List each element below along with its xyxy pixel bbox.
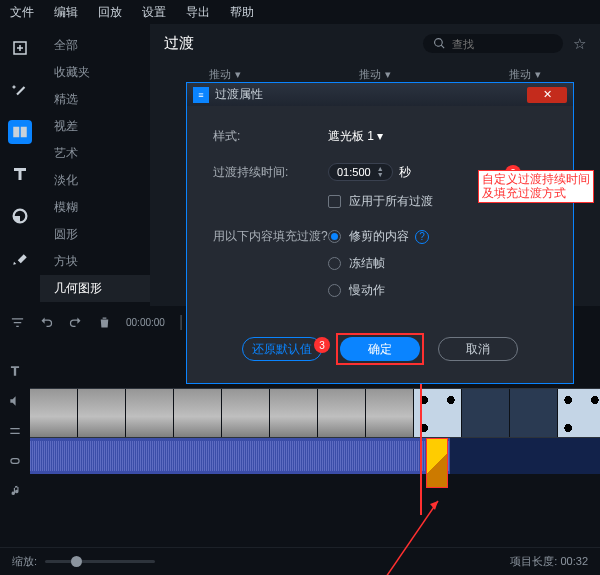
waveform: [30, 441, 600, 471]
transition-properties-dialog: ≡ 过渡属性 ✕ 样式: 遮光板 1 ▾ 过渡持续时间: 01:500 ▲▼ 秒…: [186, 82, 574, 384]
menu-export[interactable]: 导出: [176, 0, 220, 24]
cancel-button[interactable]: 取消: [438, 337, 518, 361]
search-box[interactable]: [423, 34, 563, 53]
dialog-title-text: 过渡属性: [215, 86, 263, 103]
tab-item[interactable]: 推动 ▾: [300, 67, 450, 82]
magic-wand-icon[interactable]: [8, 78, 32, 102]
project-length-value: 00:32: [560, 555, 588, 567]
tab-item[interactable]: 推动 ▾: [150, 67, 300, 82]
more-tools-icon[interactable]: [8, 246, 32, 270]
timecode-start: 00:00:00: [126, 317, 165, 328]
duration-label: 过渡持续时间:: [213, 164, 328, 181]
search-icon: [433, 37, 446, 50]
redo-icon[interactable]: [68, 315, 83, 330]
text-track-icon[interactable]: [8, 364, 22, 378]
settings-icon[interactable]: [8, 424, 22, 438]
audio-track[interactable]: [30, 438, 600, 474]
annotation-badge-3: 3: [314, 337, 330, 353]
undo-icon[interactable]: [39, 315, 54, 330]
fill-option-label: 修剪的内容: [349, 228, 409, 245]
annotation-text-top: 自定义过渡持续时间 及填充过渡方式: [478, 170, 594, 203]
favorite-icon[interactable]: ☆: [573, 35, 586, 53]
tab-item[interactable]: 推动 ▾: [450, 67, 600, 82]
filter-icon[interactable]: [10, 315, 25, 330]
menu-file[interactable]: 文件: [0, 0, 44, 24]
fill-option-label: 冻结帧: [349, 255, 385, 272]
clip-thumbnail[interactable]: [126, 389, 174, 438]
category-item[interactable]: 淡化: [40, 167, 150, 194]
reset-defaults-button[interactable]: 还原默认值: [242, 337, 322, 361]
clip-thumbnail[interactable]: [30, 389, 78, 438]
clip-thumbnail[interactable]: [558, 389, 600, 438]
step-down-icon[interactable]: ▼: [377, 172, 384, 178]
clip-thumbnail[interactable]: [366, 389, 414, 438]
apply-all-label: 应用于所有过渡: [349, 193, 433, 210]
playhead[interactable]: [420, 376, 422, 515]
dialog-icon: ≡: [193, 87, 209, 103]
info-icon[interactable]: ?: [415, 230, 429, 244]
menu-edit[interactable]: 编辑: [44, 0, 88, 24]
fill-label: 用以下内容填充过渡?: [213, 228, 328, 245]
clip-thumbnail[interactable]: [510, 389, 558, 438]
category-item[interactable]: 模糊: [40, 194, 150, 221]
category-item[interactable]: 收藏夹: [40, 59, 150, 86]
style-dropdown[interactable]: 遮光板 1 ▾: [328, 128, 383, 145]
link-icon[interactable]: [8, 454, 22, 468]
category-item-selected[interactable]: 几何图形: [40, 275, 150, 302]
video-track[interactable]: [30, 388, 600, 438]
category-item[interactable]: 精选: [40, 86, 150, 113]
panel-title: 过渡: [164, 34, 194, 53]
clip-thumbnail[interactable]: [78, 389, 126, 438]
clip-thumbnail[interactable]: [270, 389, 318, 438]
ok-highlight: 确定: [336, 333, 424, 365]
titles-icon[interactable]: [8, 162, 32, 186]
clip-thumbnail[interactable]: [174, 389, 222, 438]
apply-all-checkbox[interactable]: [328, 195, 341, 208]
transitions-icon[interactable]: [8, 120, 32, 144]
menu-playback[interactable]: 回放: [88, 0, 132, 24]
menu-help[interactable]: 帮助: [220, 0, 264, 24]
menu-settings[interactable]: 设置: [132, 0, 176, 24]
transition-marker[interactable]: [426, 438, 448, 488]
dialog-titlebar[interactable]: ≡ 过渡属性 ✕: [187, 83, 573, 106]
volume-icon[interactable]: [8, 394, 22, 408]
category-item[interactable]: 圆形: [40, 221, 150, 248]
search-input[interactable]: [452, 38, 542, 50]
audio-icon[interactable]: [8, 484, 22, 498]
category-item[interactable]: 艺术: [40, 140, 150, 167]
fill-radio-trim[interactable]: [328, 230, 341, 243]
track-controls: [0, 338, 30, 575]
style-label: 样式:: [213, 128, 328, 145]
fill-option-label: 慢动作: [349, 282, 385, 299]
clip-thumbnail[interactable]: [462, 389, 510, 438]
category-item[interactable]: 方块: [40, 248, 150, 275]
svg-marker-1: [430, 501, 438, 510]
project-length-label: 项目长度:: [510, 555, 557, 567]
zoom-label: 缩放:: [12, 554, 37, 569]
add-media-icon[interactable]: [8, 36, 32, 60]
fill-radio-freeze[interactable]: [328, 257, 341, 270]
category-item[interactable]: 视差: [40, 113, 150, 140]
duration-unit: 秒: [399, 164, 411, 181]
category-item[interactable]: 全部: [40, 32, 150, 59]
ok-button[interactable]: 确定: [340, 337, 420, 361]
tool-sidebar: [0, 24, 40, 306]
status-bar: 缩放: 项目长度: 00:32: [0, 547, 600, 575]
category-list: 全部 收藏夹 精选 视差 艺术 淡化 模糊 圆形 方块 几何图形 涟漪 翘曲 擦…: [40, 24, 150, 306]
stickers-icon[interactable]: [8, 204, 32, 228]
zoom-slider[interactable]: [45, 560, 155, 563]
fill-radio-slowmo[interactable]: [328, 284, 341, 297]
duration-spinner[interactable]: 01:500 ▲▼: [328, 163, 393, 181]
menu-bar: 文件 编辑 回放 设置 导出 帮助: [0, 0, 600, 24]
close-button[interactable]: ✕: [527, 87, 567, 103]
delete-icon[interactable]: [97, 315, 112, 330]
clip-thumbnail[interactable]: [318, 389, 366, 438]
clip-thumbnail[interactable]: [222, 389, 270, 438]
